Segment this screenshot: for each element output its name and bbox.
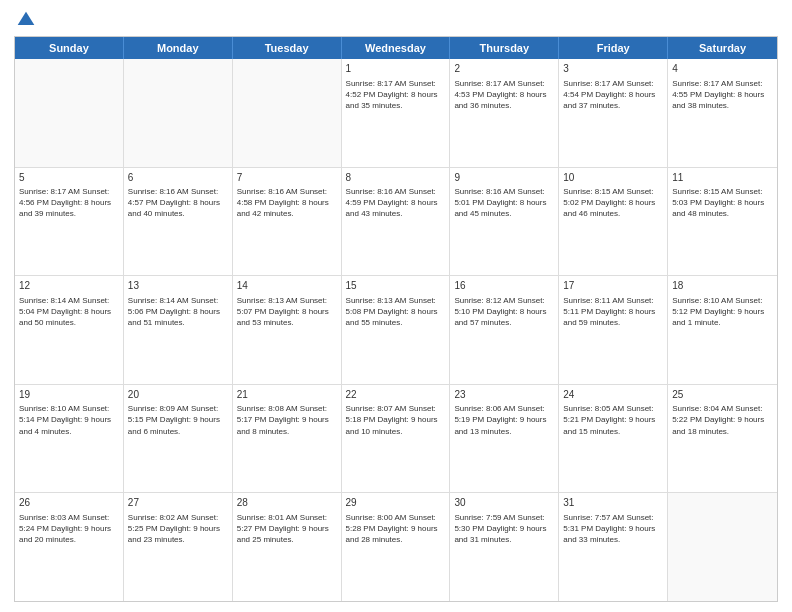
calendar-cell: 7Sunrise: 8:16 AM Sunset: 4:58 PM Daylig… — [233, 168, 342, 276]
day-number: 13 — [128, 279, 228, 293]
calendar-row: 19Sunrise: 8:10 AM Sunset: 5:14 PM Dayli… — [15, 384, 777, 493]
day-info: Sunrise: 8:05 AM Sunset: 5:21 PM Dayligh… — [563, 403, 663, 437]
day-number: 25 — [672, 388, 773, 402]
day-number: 21 — [237, 388, 337, 402]
calendar-cell: 22Sunrise: 8:07 AM Sunset: 5:18 PM Dayli… — [342, 385, 451, 493]
calendar-row: 12Sunrise: 8:14 AM Sunset: 5:04 PM Dayli… — [15, 275, 777, 384]
day-number: 8 — [346, 171, 446, 185]
calendar-cell: 16Sunrise: 8:12 AM Sunset: 5:10 PM Dayli… — [450, 276, 559, 384]
calendar-body: 1Sunrise: 8:17 AM Sunset: 4:52 PM Daylig… — [15, 59, 777, 601]
calendar-cell: 4Sunrise: 8:17 AM Sunset: 4:55 PM Daylig… — [668, 59, 777, 167]
calendar-cell: 21Sunrise: 8:08 AM Sunset: 5:17 PM Dayli… — [233, 385, 342, 493]
calendar-cell: 31Sunrise: 7:57 AM Sunset: 5:31 PM Dayli… — [559, 493, 668, 601]
calendar-cell: 19Sunrise: 8:10 AM Sunset: 5:14 PM Dayli… — [15, 385, 124, 493]
weekday-header: Tuesday — [233, 37, 342, 59]
calendar-cell — [15, 59, 124, 167]
calendar-cell: 11Sunrise: 8:15 AM Sunset: 5:03 PM Dayli… — [668, 168, 777, 276]
calendar-cell: 17Sunrise: 8:11 AM Sunset: 5:11 PM Dayli… — [559, 276, 668, 384]
header — [14, 10, 778, 30]
day-info: Sunrise: 8:17 AM Sunset: 4:55 PM Dayligh… — [672, 78, 773, 112]
day-info: Sunrise: 8:11 AM Sunset: 5:11 PM Dayligh… — [563, 295, 663, 329]
calendar-cell: 26Sunrise: 8:03 AM Sunset: 5:24 PM Dayli… — [15, 493, 124, 601]
day-number: 3 — [563, 62, 663, 76]
day-info: Sunrise: 8:15 AM Sunset: 5:03 PM Dayligh… — [672, 186, 773, 220]
day-info: Sunrise: 8:13 AM Sunset: 5:07 PM Dayligh… — [237, 295, 337, 329]
calendar-cell: 15Sunrise: 8:13 AM Sunset: 5:08 PM Dayli… — [342, 276, 451, 384]
calendar-cell: 23Sunrise: 8:06 AM Sunset: 5:19 PM Dayli… — [450, 385, 559, 493]
day-info: Sunrise: 8:06 AM Sunset: 5:19 PM Dayligh… — [454, 403, 554, 437]
calendar-cell: 14Sunrise: 8:13 AM Sunset: 5:07 PM Dayli… — [233, 276, 342, 384]
day-info: Sunrise: 7:59 AM Sunset: 5:30 PM Dayligh… — [454, 512, 554, 546]
calendar-cell: 10Sunrise: 8:15 AM Sunset: 5:02 PM Dayli… — [559, 168, 668, 276]
day-number: 28 — [237, 496, 337, 510]
day-number: 22 — [346, 388, 446, 402]
calendar-cell: 13Sunrise: 8:14 AM Sunset: 5:06 PM Dayli… — [124, 276, 233, 384]
day-number: 10 — [563, 171, 663, 185]
calendar-cell: 9Sunrise: 8:16 AM Sunset: 5:01 PM Daylig… — [450, 168, 559, 276]
day-info: Sunrise: 8:17 AM Sunset: 4:52 PM Dayligh… — [346, 78, 446, 112]
day-info: Sunrise: 8:00 AM Sunset: 5:28 PM Dayligh… — [346, 512, 446, 546]
day-number: 12 — [19, 279, 119, 293]
svg-marker-0 — [18, 12, 35, 25]
calendar-row: 1Sunrise: 8:17 AM Sunset: 4:52 PM Daylig… — [15, 59, 777, 167]
day-info: Sunrise: 8:03 AM Sunset: 5:24 PM Dayligh… — [19, 512, 119, 546]
calendar-cell — [233, 59, 342, 167]
calendar-cell: 20Sunrise: 8:09 AM Sunset: 5:15 PM Dayli… — [124, 385, 233, 493]
day-number: 15 — [346, 279, 446, 293]
day-number: 17 — [563, 279, 663, 293]
day-number: 19 — [19, 388, 119, 402]
logo-icon — [16, 10, 36, 30]
day-info: Sunrise: 8:12 AM Sunset: 5:10 PM Dayligh… — [454, 295, 554, 329]
calendar-cell: 5Sunrise: 8:17 AM Sunset: 4:56 PM Daylig… — [15, 168, 124, 276]
day-number: 11 — [672, 171, 773, 185]
day-number: 29 — [346, 496, 446, 510]
weekday-header: Friday — [559, 37, 668, 59]
calendar-header: SundayMondayTuesdayWednesdayThursdayFrid… — [15, 37, 777, 59]
calendar-cell: 25Sunrise: 8:04 AM Sunset: 5:22 PM Dayli… — [668, 385, 777, 493]
weekday-header: Thursday — [450, 37, 559, 59]
calendar-cell: 24Sunrise: 8:05 AM Sunset: 5:21 PM Dayli… — [559, 385, 668, 493]
day-info: Sunrise: 7:57 AM Sunset: 5:31 PM Dayligh… — [563, 512, 663, 546]
day-number: 14 — [237, 279, 337, 293]
day-info: Sunrise: 8:16 AM Sunset: 4:59 PM Dayligh… — [346, 186, 446, 220]
calendar-row: 5Sunrise: 8:17 AM Sunset: 4:56 PM Daylig… — [15, 167, 777, 276]
day-number: 23 — [454, 388, 554, 402]
calendar-cell: 27Sunrise: 8:02 AM Sunset: 5:25 PM Dayli… — [124, 493, 233, 601]
day-number: 27 — [128, 496, 228, 510]
calendar: SundayMondayTuesdayWednesdayThursdayFrid… — [14, 36, 778, 602]
calendar-cell — [668, 493, 777, 601]
calendar-cell: 2Sunrise: 8:17 AM Sunset: 4:53 PM Daylig… — [450, 59, 559, 167]
day-info: Sunrise: 8:02 AM Sunset: 5:25 PM Dayligh… — [128, 512, 228, 546]
day-number: 26 — [19, 496, 119, 510]
calendar-cell: 6Sunrise: 8:16 AM Sunset: 4:57 PM Daylig… — [124, 168, 233, 276]
calendar-cell: 30Sunrise: 7:59 AM Sunset: 5:30 PM Dayli… — [450, 493, 559, 601]
day-info: Sunrise: 8:14 AM Sunset: 5:06 PM Dayligh… — [128, 295, 228, 329]
day-number: 31 — [563, 496, 663, 510]
day-info: Sunrise: 8:10 AM Sunset: 5:12 PM Dayligh… — [672, 295, 773, 329]
day-info: Sunrise: 8:10 AM Sunset: 5:14 PM Dayligh… — [19, 403, 119, 437]
calendar-cell: 3Sunrise: 8:17 AM Sunset: 4:54 PM Daylig… — [559, 59, 668, 167]
day-info: Sunrise: 8:17 AM Sunset: 4:56 PM Dayligh… — [19, 186, 119, 220]
day-number: 16 — [454, 279, 554, 293]
calendar-cell — [124, 59, 233, 167]
day-info: Sunrise: 8:08 AM Sunset: 5:17 PM Dayligh… — [237, 403, 337, 437]
day-info: Sunrise: 8:17 AM Sunset: 4:53 PM Dayligh… — [454, 78, 554, 112]
day-number: 4 — [672, 62, 773, 76]
day-info: Sunrise: 8:14 AM Sunset: 5:04 PM Dayligh… — [19, 295, 119, 329]
page: SundayMondayTuesdayWednesdayThursdayFrid… — [0, 0, 792, 612]
day-info: Sunrise: 8:17 AM Sunset: 4:54 PM Dayligh… — [563, 78, 663, 112]
day-number: 18 — [672, 279, 773, 293]
day-number: 1 — [346, 62, 446, 76]
day-number: 30 — [454, 496, 554, 510]
day-info: Sunrise: 8:07 AM Sunset: 5:18 PM Dayligh… — [346, 403, 446, 437]
calendar-cell: 18Sunrise: 8:10 AM Sunset: 5:12 PM Dayli… — [668, 276, 777, 384]
day-number: 2 — [454, 62, 554, 76]
day-number: 5 — [19, 171, 119, 185]
calendar-cell: 12Sunrise: 8:14 AM Sunset: 5:04 PM Dayli… — [15, 276, 124, 384]
day-number: 20 — [128, 388, 228, 402]
day-info: Sunrise: 8:16 AM Sunset: 5:01 PM Dayligh… — [454, 186, 554, 220]
day-info: Sunrise: 8:16 AM Sunset: 4:58 PM Dayligh… — [237, 186, 337, 220]
weekday-header: Monday — [124, 37, 233, 59]
calendar-row: 26Sunrise: 8:03 AM Sunset: 5:24 PM Dayli… — [15, 492, 777, 601]
weekday-header: Wednesday — [342, 37, 451, 59]
